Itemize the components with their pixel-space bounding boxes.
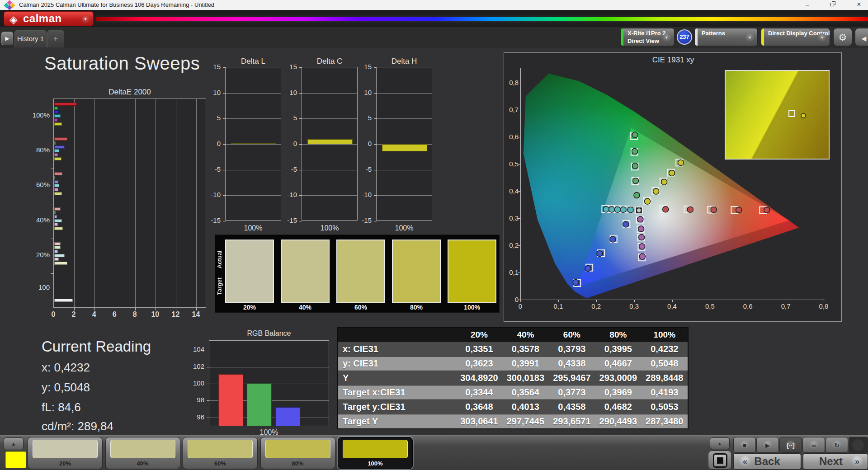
table-cell: 0,3344 [456,385,502,400]
green-sweep-measured [632,148,638,154]
yellow-sweep-measured [678,160,684,166]
table-row: x: CIE310,33510,35780,37930,39950,4232 [338,342,688,356]
cie-y-tick-label: 0,6 [504,133,519,141]
delta_h-tick-label: -5 [357,165,372,173]
delta_l-x-label: 100% [225,224,281,232]
delta_h-tick-label: 15 [357,63,372,70]
cie-x-axis-line [520,300,825,300]
window-title: Calman 2025 Calman Ultimate for Business… [19,1,214,8]
step-button[interactable]: [··] [779,437,802,453]
delta_c-gridline [302,195,357,196]
delta_h-tick-label: -10 [357,191,372,198]
collapse-panel-button[interactable]: ◀ [855,28,868,46]
table-row-label: x: CIE31 [338,342,456,356]
pattern-button-60%[interactable]: 60% [183,437,258,469]
tab-history-1[interactable]: History 1 [14,30,47,47]
close-button[interactable]: × [851,0,867,10]
delta_c-gridline [302,144,357,145]
pattern-button-100%[interactable]: 100% [338,437,413,469]
delta_h-gridline [377,118,432,119]
play-icon: ▶ [762,441,773,451]
minimize-button[interactable]: – [800,0,815,10]
delta_l-tick-label: 15 [206,63,221,70]
pattern-button-80%[interactable]: 80% [260,437,335,469]
deltae-bar-100%-yellow [54,122,62,126]
patterns-dropdown[interactable]: Patterns ▼ [694,28,758,46]
play-button[interactable]: ▶ [756,437,779,453]
add-tab-button[interactable]: + [47,30,64,47]
delta_l-gridline [226,170,281,170]
table-cell: 0,4338 [549,357,595,371]
deltae-gridline [176,99,176,307]
rgb-tick-label: 96 [189,413,204,421]
reference-color-swatch[interactable] [5,451,26,468]
delta_c-title: Delta C [297,57,362,66]
deltae-x-tick-label: 8 [128,310,142,319]
delta_c-tick-label: 10 [283,89,297,96]
pattern-swatch-60% [188,440,253,458]
pattern-button-40%[interactable]: 40% [105,437,180,469]
deltae-x-tick-label: 0 [47,310,60,319]
delta_l-tick [223,170,226,170]
deltae-bar-80%-cyan [54,149,59,152]
deltae-x-tick-label: 6 [108,310,121,319]
deltae-bar-40%-red [54,207,61,211]
delta_l-tick-label: -10 [206,191,221,198]
pattern-button-20%[interactable]: 20% [28,437,103,469]
up-arrow-icon: ▲ [11,441,16,446]
delta_c-tick [299,144,302,145]
deltae2000-chart [53,99,206,308]
cie-x-tick-label: 0,1 [549,302,567,310]
pattern-scroll-up-button[interactable]: ▲ [4,437,24,450]
table-cell: 297,7445 [502,414,548,428]
delta_c-tick [299,118,302,119]
restore-button[interactable] [826,0,841,10]
results-table: 20%40%60%80%100%x: CIE310,33510,35780,37… [337,327,689,429]
pattern-window-button[interactable] [708,451,731,470]
delta_c-tick [299,221,302,221]
refresh-button[interactable]: ↻ [826,437,848,453]
deltae-group-label: 100 [25,283,50,291]
blue-sweep-measured [573,279,579,285]
session-play-button[interactable]: ▶ [1,32,13,45]
cie-x-tick [634,300,635,302]
settings-button[interactable]: ⚙ [833,28,852,46]
table-row-label: Target x:CIE31 [338,385,456,400]
cie-y-tick-label: 0,7 [504,106,519,113]
green-sweep-measured [634,193,640,198]
deltae-bar-40%-magenta [54,223,58,226]
meter-reading-badge[interactable]: 237 [677,29,692,45]
cie-y-tick-label: 0,2 [504,241,519,249]
deltae-bar-20%-red [54,242,61,245]
next-button[interactable]: Next » [803,453,868,470]
cie-y-tick [518,191,520,192]
deltae-bar-60%-red [54,172,62,175]
magenta-sweep-measured [638,226,644,232]
meter-status-stripe [621,28,623,46]
loop-button[interactable]: ∞ [802,437,825,453]
cie-x-tick-label: 0,3 [625,302,643,310]
cie-x-tick-label: 0,8 [815,302,833,310]
cie-y-tick [518,137,520,137]
table-cell: 293,6571 [549,414,595,428]
cie-y-tick [518,273,520,273]
cie-y-tick [518,164,520,164]
back-button[interactable]: « Back [733,453,801,470]
cie-y-tick-label: 0,5 [504,160,519,168]
display-control-dropdown[interactable]: Direct Display Control ▼ [761,28,830,46]
table-cell: 0,4013 [502,400,548,414]
meter-selector-dropdown[interactable]: X-Rite i1Pro 2 Direct View ▼ [620,28,675,46]
swatch-100% [448,240,496,303]
red-sweep-measured [687,207,693,212]
chevron-left-icon: ◀ [862,35,867,42]
table-cell: 0,3793 [549,342,595,356]
calman-menu-button[interactable]: ◈ calman ▼ [4,11,94,26]
delta_l-bar [231,143,276,144]
window-scroll-up-button[interactable]: ▲ [710,437,730,449]
deltae-gridline [196,99,197,307]
deltae-bar-60%-blue [54,180,58,183]
table-header-cell [338,328,456,342]
table-cell: 0,5053 [642,400,688,414]
stop-button[interactable]: ■ [733,437,756,453]
up-arrow-icon: ▲ [717,441,722,446]
